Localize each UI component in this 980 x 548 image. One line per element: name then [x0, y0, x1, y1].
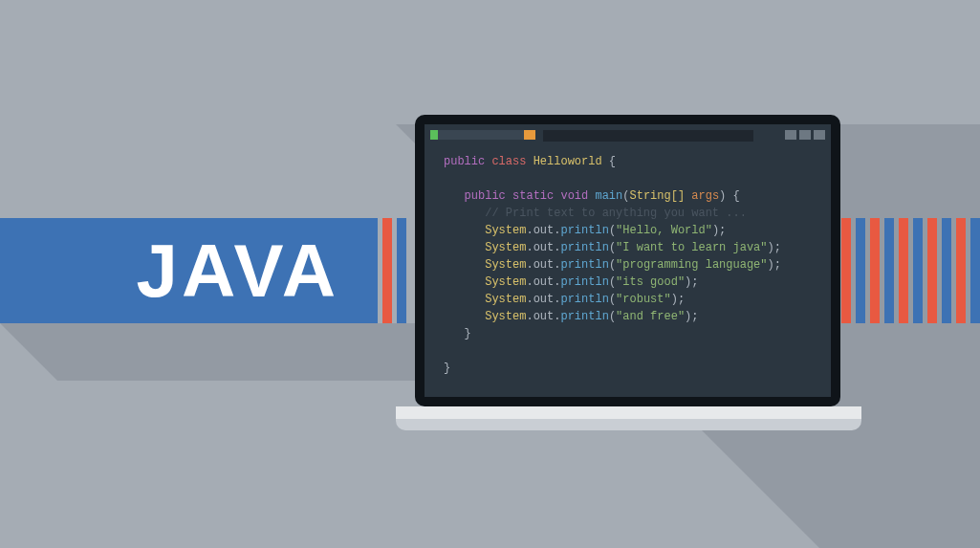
stripe — [913, 218, 923, 323]
stripe — [970, 218, 980, 323]
tab-modified-icon — [524, 130, 535, 140]
stripe — [870, 218, 880, 323]
screen-frame: public class Helloworld { public static … — [415, 115, 840, 406]
stripe — [927, 218, 937, 323]
window-controls — [785, 130, 825, 140]
minimize-icon — [785, 130, 796, 140]
stripe — [397, 218, 406, 323]
stripe — [382, 218, 392, 323]
title-bar — [543, 130, 753, 142]
java-banner: JAVA — [0, 218, 378, 323]
banner-title: JAVA — [137, 228, 340, 315]
stripe — [956, 218, 966, 323]
laptop-base — [396, 406, 861, 419]
stripe — [884, 218, 894, 323]
code-block: public class Helloworld { public static … — [444, 153, 781, 377]
stripes-right — [841, 218, 980, 323]
maximize-icon — [799, 130, 811, 140]
code-editor-screen: public class Helloworld { public static … — [425, 124, 831, 397]
stripe — [856, 218, 865, 323]
tab-inactive — [438, 130, 524, 140]
close-icon — [814, 130, 825, 140]
stripes-left — [382, 218, 406, 323]
stripe — [841, 218, 851, 323]
laptop: public class Helloworld { public static … — [415, 115, 840, 440]
tab-indicator — [430, 130, 438, 140]
editor-topbar — [430, 130, 825, 142]
stripe — [899, 218, 908, 323]
laptop-edge — [396, 419, 861, 430]
stripe — [942, 218, 951, 323]
